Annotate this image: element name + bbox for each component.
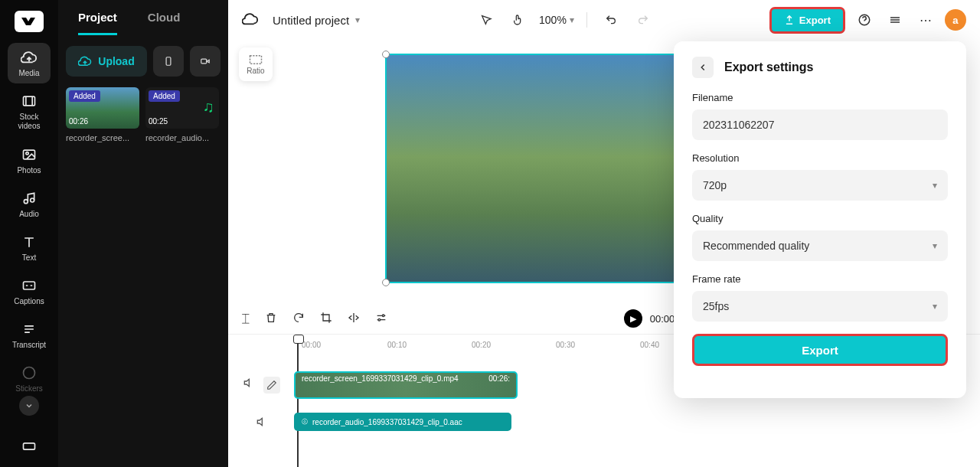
- delete-button[interactable]: [265, 312, 277, 325]
- ruler-tick: 00:30: [556, 341, 575, 349]
- asset-item[interactable]: Added 00:25 ♫ recorder_audio...: [145, 87, 219, 142]
- help-button[interactable]: [853, 8, 876, 31]
- sidebar-item-stickers[interactable]: Stickers: [8, 358, 51, 422]
- undo-button[interactable]: [599, 8, 622, 31]
- added-badge: Added: [69, 90, 100, 102]
- asset-item[interactable]: Added 00:26 recorder_scree...: [66, 87, 139, 142]
- sidebar-label: Media: [18, 69, 39, 77]
- divider: [586, 12, 587, 28]
- sidebar-item-media[interactable]: Media: [8, 43, 51, 83]
- sticker-icon: [21, 364, 38, 381]
- added-badge: Added: [149, 90, 180, 102]
- ruler-tick: 00:00: [302, 341, 321, 349]
- sidebar-item-text[interactable]: Text: [8, 227, 51, 268]
- cloud-upload-icon: [21, 49, 38, 66]
- sidebar-item-audio[interactable]: Audio: [8, 184, 51, 224]
- filename-label: Filename: [692, 92, 948, 103]
- audio-clip[interactable]: ⦾ recorder_audio_1699337031429_clip_0.aa…: [294, 413, 511, 431]
- ratio-button[interactable]: Ratio: [239, 47, 273, 81]
- sidebar-label: Stock videos: [8, 113, 51, 131]
- audio-track: ⦾ recorder_audio_1699337031429_clip_0.aa…: [228, 405, 980, 439]
- resize-handle[interactable]: [382, 279, 390, 286]
- main-area: Untitled project ▾ 100%▾ Export ⋯ a Rati…: [228, 0, 980, 467]
- svg-point-2: [26, 152, 28, 155]
- chevron-down-icon: ▾: [355, 15, 360, 25]
- panel-title: Export settings: [724, 60, 813, 74]
- asset-name: recorder_scree...: [66, 133, 139, 142]
- cloud-icon: [242, 11, 260, 29]
- svg-point-12: [382, 315, 384, 317]
- filename-input[interactable]: [692, 109, 948, 140]
- export-label: Export: [799, 15, 831, 26]
- svg-rect-5: [24, 282, 35, 289]
- asset-name: recorder_audio...: [145, 133, 219, 142]
- back-button[interactable]: [692, 57, 714, 78]
- sidebar: Media Stock videos Photos Audio Text Cap…: [0, 0, 58, 467]
- mute-icon[interactable]: [242, 377, 254, 394]
- clip-duration: 00:26:: [488, 374, 510, 383]
- export-button-top[interactable]: Export: [769, 7, 845, 34]
- transcript-icon: [21, 321, 38, 338]
- sidebar-label: Captions: [14, 297, 44, 305]
- keyboard-icon: [21, 438, 38, 455]
- redo-button[interactable]: [632, 8, 655, 31]
- split-tool[interactable]: ⌶: [242, 312, 250, 325]
- export-confirm-button[interactable]: Export: [692, 334, 948, 366]
- adjust-button[interactable]: [375, 312, 387, 325]
- video-clip[interactable]: recorder_screen_1699337031429_clip_0.mp4…: [294, 371, 518, 399]
- avatar[interactable]: a: [945, 9, 966, 31]
- upload-record-button[interactable]: [190, 46, 220, 77]
- refresh-button[interactable]: [292, 312, 305, 325]
- tab-project[interactable]: Project: [78, 11, 117, 35]
- link-icon: ⦾: [302, 417, 308, 426]
- sidebar-item-keyboard[interactable]: [8, 432, 51, 461]
- app-logo: [15, 11, 44, 32]
- ruler-tick: 00:10: [387, 341, 407, 349]
- svg-rect-8: [166, 57, 171, 66]
- sidebar-item-photos[interactable]: Photos: [8, 140, 51, 181]
- clip-label: recorder_audio_1699337031429_clip_0.aac: [312, 418, 462, 426]
- ruler-tick: 00:40: [640, 341, 659, 349]
- sidebar-item-captions[interactable]: Captions: [8, 271, 51, 312]
- mute-icon[interactable]: [255, 416, 267, 428]
- project-panel: Project Cloud Upload Added 00:26 recorde…: [58, 0, 228, 467]
- sidebar-label: Audio: [19, 210, 39, 218]
- chevron-down-icon: ▾: [933, 240, 937, 251]
- music-icon: ♫: [203, 98, 214, 116]
- framerate-select[interactable]: 25fps▾: [692, 291, 948, 322]
- project-name-label: Untitled project: [273, 14, 349, 27]
- chevron-down-icon: ▾: [933, 180, 937, 191]
- sidebar-item-stock-videos[interactable]: Stock videos: [8, 87, 51, 137]
- sidebar-item-transcript[interactable]: Transcript: [8, 315, 51, 355]
- asset-duration: 00:25: [149, 117, 168, 126]
- edit-icon[interactable]: [263, 377, 280, 394]
- chevron-down-icon[interactable]: [19, 396, 39, 416]
- resolution-select[interactable]: 720p▾: [692, 170, 948, 201]
- more-button[interactable]: ⋯: [914, 8, 937, 31]
- tab-cloud[interactable]: Cloud: [148, 11, 181, 35]
- playhead[interactable]: [297, 335, 299, 467]
- ratio-label: Ratio: [247, 67, 264, 75]
- cloud-upload-icon: [78, 54, 92, 68]
- cursor-tool[interactable]: [475, 8, 498, 31]
- layers-button[interactable]: [884, 8, 906, 31]
- export-settings-panel: Export settings Filename Resolution 720p…: [674, 41, 966, 398]
- framerate-label: Frame rate: [692, 273, 948, 285]
- hand-tool[interactable]: [507, 8, 530, 31]
- svg-point-13: [378, 318, 381, 321]
- svg-rect-11: [250, 55, 262, 64]
- play-button[interactable]: ▶: [624, 309, 642, 328]
- upload-button[interactable]: Upload: [66, 46, 147, 77]
- quality-select[interactable]: Recommended quality▾: [692, 230, 948, 261]
- resize-handle[interactable]: [382, 51, 390, 58]
- sidebar-label: Photos: [17, 166, 41, 175]
- crop-button[interactable]: [320, 312, 332, 325]
- zoom-control[interactable]: 100%▾: [539, 14, 574, 26]
- sidebar-label: Transcript: [12, 341, 46, 349]
- captions-icon: [21, 277, 38, 294]
- mirror-button[interactable]: [348, 312, 360, 325]
- asset-duration: 00:26: [69, 117, 88, 126]
- upload-phone-button[interactable]: [153, 46, 184, 77]
- project-name[interactable]: Untitled project ▾: [273, 14, 360, 27]
- clip-label: recorder_screen_1699337031429_clip_0.mp4: [302, 374, 459, 383]
